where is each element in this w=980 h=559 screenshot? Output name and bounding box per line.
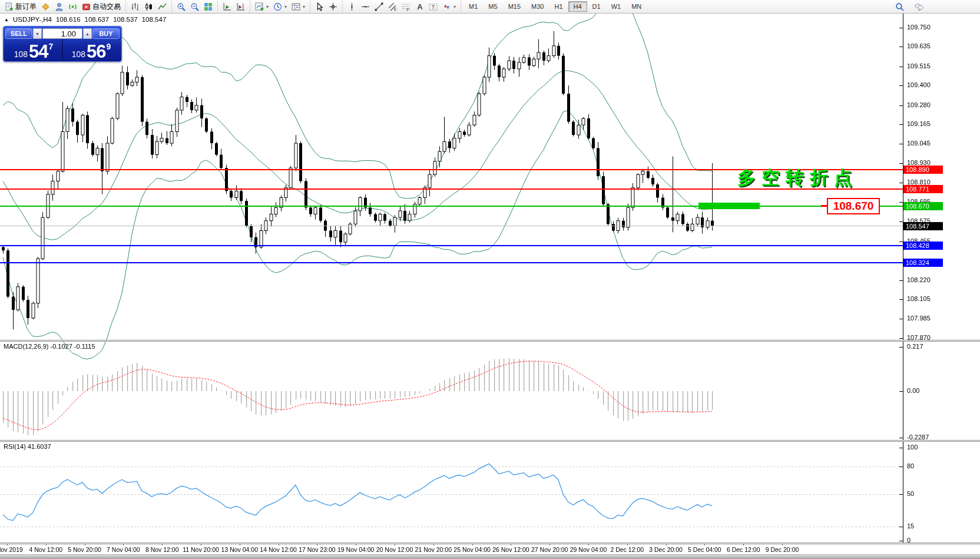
- volume-input[interactable]: [42, 28, 82, 39]
- ohlc-high: 108.637: [85, 16, 110, 23]
- svg-text:A: A: [417, 2, 422, 11]
- price-axis-badge-108.771: 108.771: [903, 185, 943, 193]
- ohlc-bars-icon: [131, 2, 140, 11]
- time-axis-label: 5 Nov 20:00: [68, 546, 101, 553]
- volume-decrease-button[interactable]: ▼: [33, 28, 42, 39]
- trendline-button[interactable]: [372, 1, 386, 12]
- volume-increase-button[interactable]: ▲: [83, 28, 92, 39]
- auto-scroll-button[interactable]: [220, 1, 234, 12]
- rsi-label: RSI(14) 41.6037: [4, 443, 51, 450]
- buy-price[interactable]: 108569: [63, 39, 120, 61]
- new-order-button[interactable]: 新订单: [2, 1, 39, 13]
- timeframe-m5-button[interactable]: M5: [483, 1, 502, 12]
- templates-button[interactable]: ▾: [289, 1, 307, 12]
- crosshair-button[interactable]: [326, 1, 340, 12]
- svg-text:E: E: [394, 7, 397, 11]
- support-highlight-bar[interactable]: [698, 203, 760, 209]
- arrow-objects-icon: [442, 2, 451, 11]
- person-icon: [55, 2, 64, 11]
- price-callout-box[interactable]: 108.670: [827, 198, 880, 214]
- contacts-button[interactable]: [52, 1, 66, 12]
- cursor-button[interactable]: [313, 1, 326, 12]
- time-axis-label: 26 Nov 12:00: [492, 546, 529, 553]
- time-axis-label: 8 Nov 12:00: [145, 546, 179, 553]
- price-tick-108.105: 108.105: [907, 295, 931, 302]
- horizontal-level-line-108.324[interactable]: [0, 262, 903, 263]
- auto-trading-button[interactable]: 自动交易: [80, 1, 123, 13]
- vertical-line-button[interactable]: [345, 1, 359, 12]
- equidistant-channel-button[interactable]: E: [386, 1, 399, 12]
- templates-dropdown-icon[interactable]: ▾: [303, 4, 305, 9]
- toolbar-group-cursor: [310, 0, 342, 13]
- timeframe-w1-button[interactable]: W1: [606, 1, 627, 12]
- new-order-label: 新订单: [15, 2, 37, 12]
- sell-price[interactable]: 108547: [5, 39, 63, 61]
- fibonacci-button[interactable]: F: [399, 1, 413, 12]
- chart-canvas[interactable]: [0, 0, 980, 559]
- chat-icon: [915, 2, 923, 11]
- search-button[interactable]: [893, 1, 906, 12]
- zoom-out-button[interactable]: [188, 1, 201, 12]
- timeframe-mn-button[interactable]: MN: [626, 1, 647, 12]
- text-label-icon: T: [429, 2, 438, 11]
- timeframe-m1-button[interactable]: M1: [463, 1, 483, 12]
- timeframe-m15-button[interactable]: M15: [503, 1, 526, 12]
- horizontal-level-line-108.670[interactable]: [0, 206, 903, 207]
- chart-annotation-text[interactable]: 多空转折点: [737, 166, 858, 190]
- arrow-objects-dropdown-icon[interactable]: ▾: [453, 4, 456, 9]
- text-label-button[interactable]: T: [426, 1, 440, 12]
- macd-panel-divider[interactable]: [0, 340, 980, 342]
- zoom-in-button[interactable]: [174, 1, 188, 12]
- timeframe-d1-button[interactable]: D1: [587, 1, 606, 12]
- svg-text:T: T: [432, 4, 435, 10]
- text-button[interactable]: A: [413, 1, 426, 12]
- signals-button[interactable]: [66, 1, 80, 12]
- price-tick-109.280: 109.280: [907, 101, 931, 108]
- line-chart-button[interactable]: [155, 1, 169, 12]
- macd-tick-0.00: 0.00: [907, 387, 919, 394]
- auto-trading-label: 自动交易: [92, 2, 121, 12]
- tile-windows-button[interactable]: [201, 1, 215, 12]
- indicator-add-icon: [255, 2, 264, 11]
- toolbar-group-right: [893, 1, 926, 12]
- price-axis-badge-108.324: 108.324: [903, 259, 943, 267]
- time-axis-label: 19 Nov 04:00: [337, 546, 374, 553]
- sell-button[interactable]: SELL: [5, 28, 32, 39]
- market-watch-button[interactable]: [39, 1, 52, 12]
- timeframe-m30-button[interactable]: M30: [526, 1, 549, 12]
- arrow-objects-button[interactable]: ▾: [440, 1, 458, 12]
- periods-button[interactable]: ▾: [271, 1, 289, 12]
- price-axis-badge-108.547: 108.547: [903, 222, 943, 230]
- rsi-tick-100: 100: [907, 444, 918, 451]
- horizontal-line-button[interactable]: [359, 1, 372, 12]
- chart-shift-icon: [236, 2, 245, 11]
- horizontal-level-line-108.547[interactable]: [0, 226, 903, 226]
- buy-price-prefix: 108: [72, 50, 85, 59]
- toolbar-group-timeframes: M1M5M15M30H1H4D1W1MN: [461, 0, 649, 13]
- search-icon: [895, 2, 904, 11]
- price-tick-109.750: 109.750: [907, 24, 931, 31]
- horizontal-level-line-108.428[interactable]: [0, 245, 903, 246]
- chart-shift-button[interactable]: [234, 1, 247, 12]
- candlestick-chart-button[interactable]: [142, 1, 155, 12]
- bar-chart-button[interactable]: [128, 1, 142, 12]
- timeframe-h4-button[interactable]: H4: [568, 1, 587, 12]
- time-axis-label: 14 Nov 12:00: [260, 546, 296, 553]
- ohlc-close: 108.547: [142, 16, 167, 23]
- chat-button[interactable]: [912, 1, 926, 12]
- time-axis-label: 4 Nov 12:00: [29, 546, 62, 553]
- buy-button[interactable]: BUY: [92, 28, 120, 39]
- ohlc-open: 108.616: [56, 16, 81, 23]
- timeframe-h1-button[interactable]: H1: [549, 1, 568, 12]
- periods-dropdown-icon[interactable]: ▾: [284, 4, 287, 9]
- price-tick-108.220: 108.220: [907, 276, 931, 283]
- price-tick-109.635: 109.635: [907, 42, 931, 49]
- rsi-tick-50: 50: [907, 490, 914, 497]
- collapse-trade-panel-icon[interactable]: ▲: [4, 17, 9, 22]
- indicators-dropdown-icon[interactable]: ▾: [266, 4, 269, 9]
- tile-windows-icon: [204, 2, 213, 11]
- price-axis-badge-108.428: 108.428: [903, 242, 943, 250]
- clock-icon: [273, 2, 282, 11]
- rsi-panel-divider[interactable]: [0, 440, 980, 442]
- indicators-button[interactable]: ▾: [253, 1, 271, 12]
